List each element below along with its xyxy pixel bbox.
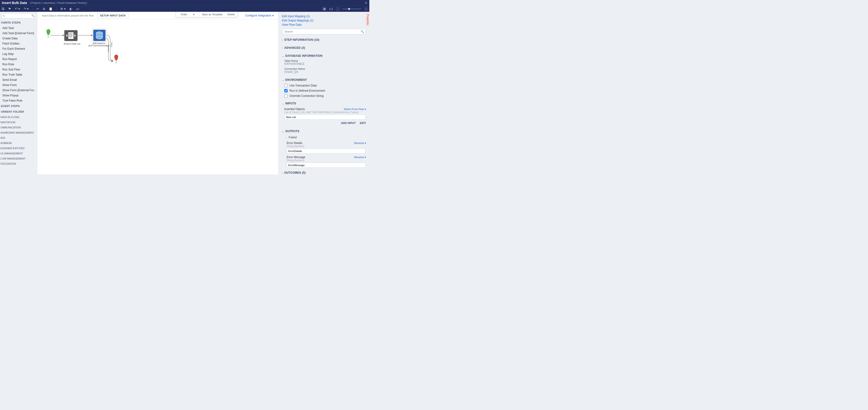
checkbox-input[interactable] [284,84,288,87]
configure-integration-link[interactable]: Configure Integration▾ [245,14,274,17]
section-outputs[interactable]: ⌄OUTPUTS [282,128,366,134]
search-icon[interactable]: 🔍 [361,30,364,33]
section-db-info[interactable]: ⌄DATABASE INFORMATION [282,53,366,59]
section-label: OUTPUTS [285,129,299,133]
save-icon[interactable]: 🖫 [1,7,4,10]
step-item[interactable]: Show Form [0,83,37,88]
zoom-in-icon[interactable]: + [364,7,368,11]
chevron-down-icon: ▾ [365,156,366,159]
settings-icon[interactable]: ⚙ ▾ [60,7,66,10]
setup-input-data-button[interactable]: SETUP INPUT DATA [97,13,128,18]
zoom-out-icon[interactable]: − [336,7,340,11]
copy-icon[interactable]: ⧉ [43,7,45,11]
paste-icon[interactable]: 📋 [49,7,53,10]
node-label-bulk-insert: Bulk Insert to MATT.NATHANTABLE [87,42,111,47]
section-label: OUTCOMES (5) [284,171,306,174]
step-item[interactable]: Fetch Entities [0,41,37,46]
chevron-right-icon: › [282,39,283,41]
undo-icon[interactable]: ↶ ▾ [15,7,20,10]
error-details-input[interactable] [287,148,366,154]
node-label-create-list: [Flow] Create List [61,43,83,45]
rename-link[interactable]: Rename▾ [354,156,366,159]
ctx-delete[interactable]: Delete [225,12,237,17]
category-item[interactable]: ATA [0,135,37,141]
error-details-type: String [System] [282,145,366,148]
section-advanced[interactable]: ›ADVANCED (3) [282,45,366,51]
section-environment[interactable]: ⌄ENVIRONMENT [282,77,366,83]
edit-output-mapping-link[interactable]: Edit Output Mappings (2) [282,19,366,23]
outcome-label: Failed [288,136,297,139]
add-input-button[interactable]: ADD INPUT [341,122,356,124]
edit-input-mapping-link[interactable]: Edit Input Mapping (1) [282,14,366,19]
step-item[interactable]: Run Sub Flow [0,67,37,72]
step-item[interactable]: Show Form [External For... [0,88,37,93]
end-node[interactable] [115,55,118,63]
properties-tab[interactable]: Properties [366,13,369,26]
category-item[interactable]: ITECDATION [0,161,37,166]
chevron-down-icon: ▾ [191,12,197,17]
category-item[interactable]: ESIGNER ENTITIES [0,146,37,151]
step-item[interactable]: Run Truth Table [0,72,37,77]
checkbox-label: Run In Defined Environment [289,89,325,92]
step-item[interactable]: True False Rule [0,98,37,103]
use-transaction-checkbox[interactable]: Use Transaction Data [282,83,366,88]
inserted-objects-input[interactable] [284,115,366,120]
steps-search-input[interactable] [1,13,36,19]
step-item[interactable]: Show Popup [0,93,37,98]
checkbox-input[interactable] [284,94,288,97]
select-from-flow-link[interactable]: Select From Flow▾ [344,108,366,111]
chevron-down-icon: ▾ [365,108,366,111]
node-label-line1: Bulk Insert to [93,42,105,45]
category-item[interactable]: ATABASE [0,141,37,146]
edit-button[interactable]: EDIT [360,122,366,124]
override-connection-checkbox[interactable]: Override Connection String [282,93,366,98]
section-label: ENVIRONMENT [285,78,307,82]
step-item[interactable]: Create Data [0,36,37,41]
category-item[interactable]: OMMUNICATION [0,125,37,130]
palette-icon[interactable]: ◐ [69,7,72,10]
run-defined-env-checkbox[interactable]: Run In Defined Environment [282,88,366,93]
rename-link[interactable]: Rename▾ [354,142,366,145]
search-icon[interactable]: 🔍 [31,14,35,17]
section-outcomes[interactable]: ›OUTCOMES (5) [282,170,366,174]
outcome-failed[interactable]: ⌄Failed [282,134,366,141]
redo-icon[interactable]: ↷ ▾ [24,7,29,10]
checkbox-input[interactable] [284,89,288,92]
checkbox-label: Use Transaction Data [289,84,317,87]
category-item[interactable]: NNOTATION [0,120,37,125]
step-item[interactable]: Log Step [0,51,37,57]
rename-label: Rename [354,142,364,144]
grid-toggle-icon[interactable]: ▦ [322,7,326,11]
start-node[interactable] [46,29,50,38]
error-message-input[interactable] [287,163,366,168]
ctx-save-template[interactable]: Save as Template [199,12,225,17]
step-item[interactable]: Run Report [0,57,37,62]
category-item[interactable]: DATA IN FLOW] [0,115,37,120]
close-icon[interactable]: ✕ [364,1,368,5]
flow-node-bulk-insert[interactable] [92,29,106,42]
category-item[interactable]: LE MANAGEMENT [0,151,37,156]
category-item[interactable]: ASHBOARD MANAGEMENT [0,130,37,135]
step-item[interactable]: Send Email [0,77,37,83]
step-item[interactable]: For Each Element [0,46,37,51]
section-inputs[interactable]: ⌄INPUTS [282,100,366,107]
flow-canvas[interactable]: [Flow] Create List Bulk Insert to MATT.N… [37,19,278,174]
properties-search-input[interactable] [282,29,366,34]
error-message-type: String [System] [282,159,366,163]
hierarchy-icon[interactable]: ᨒ [76,7,80,11]
recent-steps-head: ECENT STEPS [0,103,37,109]
ctx-order[interactable]: Order▾ [176,12,199,17]
step-item[interactable]: Add Task [External Form] [0,31,37,36]
step-item[interactable]: Run Rule [0,62,37,67]
flow-node-create-list[interactable] [64,30,78,41]
cut-icon[interactable]: ✂ [36,7,39,10]
edge-label-inserted: Inserted [107,45,110,52]
section-step-info[interactable]: ›STEP INFORMATION (10) [282,37,366,43]
flag-icon[interactable]: ⚑ [8,7,11,10]
zoom-slider[interactable] [342,9,361,9]
step-item[interactable]: Add Task [0,25,37,31]
category-item[interactable]: LOW MANAGEMENT [0,156,37,161]
view-flow-data-link[interactable]: View Flow Data [282,23,366,27]
zoom-ratio[interactable]: 1:1 [329,7,333,10]
breadcrumb[interactable]: [ Projects / Laboratory / Oracle Databas… [30,1,87,4]
